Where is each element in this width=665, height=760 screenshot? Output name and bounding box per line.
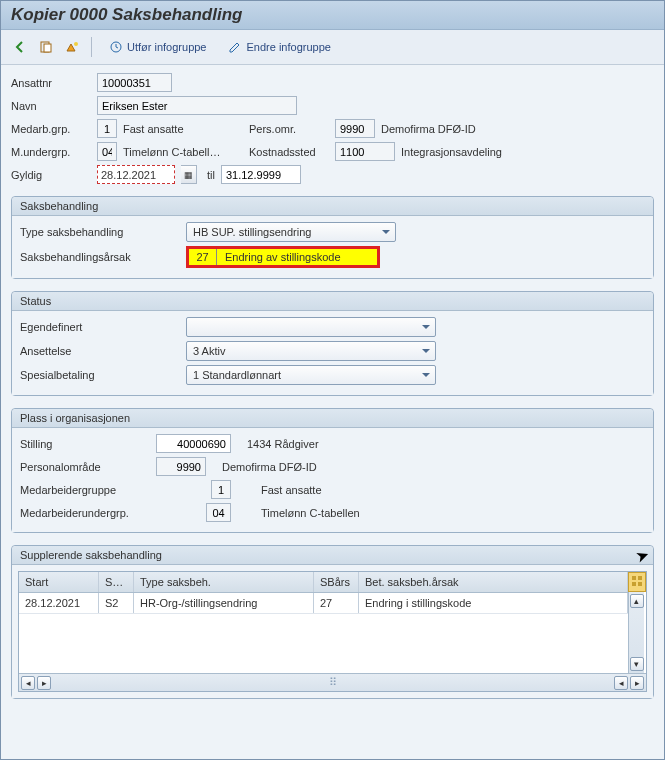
plass-persomr-label: Personalområde [20, 461, 150, 473]
utfor-infogruppe-button[interactable]: Utfør infogruppe [100, 36, 215, 58]
gyldig-label: Gyldig [11, 169, 91, 181]
ansattnr-field [97, 73, 172, 92]
ansattnr-label: Ansattnr [11, 77, 91, 89]
ansettelse-value: 3 Aktiv [193, 345, 225, 357]
svg-rect-5 [638, 576, 642, 580]
ansettelse-label: Ansettelse [20, 345, 180, 357]
ansettelse-select[interactable]: 3 Aktiv [186, 341, 436, 361]
medugrp-label: Medarbeiderundergrp. [20, 507, 150, 519]
table-hscroll[interactable]: ◂ ▸ ⠿ ◂ ▸ [19, 673, 646, 691]
arsak-highlighted[interactable]: 27 Endring av stillingskode [186, 246, 380, 268]
svg-rect-6 [632, 582, 636, 586]
supp-title: Supplerende saksbehandling [12, 546, 653, 565]
saksbehandling-title: Saksbehandling [12, 197, 653, 216]
medugrp-text: Timelønn C-tabellen [261, 507, 360, 519]
plass-panel: Plass i organisasjonen Stilling 1434 Råd… [11, 408, 654, 533]
svg-rect-1 [44, 44, 51, 52]
svg-point-2 [74, 42, 78, 46]
scroll-right-icon[interactable]: ▸ [37, 676, 51, 690]
navn-field [97, 96, 297, 115]
mundergrp-label: M.undergrp. [11, 146, 91, 158]
table-row[interactable]: 28.12.2021 S2 HR-Org-/stillingsendring 2… [19, 593, 628, 614]
medgrp-label: Medarbeidergruppe [20, 484, 150, 496]
scroll-down-icon[interactable]: ▾ [630, 657, 644, 671]
col-sa[interactable]: Sa… [99, 572, 134, 592]
egendef-label: Egendefinert [20, 321, 180, 333]
col-start[interactable]: Start [19, 572, 99, 592]
col-bet[interactable]: Bet. saksbeh.årsak [359, 572, 628, 592]
kostnadssted-text: Integrasjonsavdeling [401, 146, 502, 158]
arsak-text: Endring av stillingskode [217, 249, 377, 265]
saksbehandling-panel: Saksbehandling Type saksbehandling HB SU… [11, 196, 654, 279]
overview-icon[interactable] [61, 36, 83, 58]
medgrp-code-field [211, 480, 231, 499]
mundergrp-code-field [97, 142, 117, 161]
cell-sa: S2 [99, 593, 134, 613]
plass-persomr-text: Demofirma DFØ-ID [222, 461, 317, 473]
til-label: til [207, 169, 215, 181]
gyldig-til-field[interactable] [221, 165, 301, 184]
supp-table: Start Sa… Type saksbeh. SBårs Bet. saksb… [18, 571, 647, 692]
scroll-up-icon[interactable]: ▴ [630, 594, 644, 608]
arsak-label: Saksbehandlingsårsak [20, 251, 180, 263]
toolbar: Utfør infogruppe Endre infogruppe [1, 30, 664, 65]
utfor-label: Utfør infogruppe [127, 41, 206, 53]
copy-icon[interactable] [35, 36, 57, 58]
window-title: Kopier 0000 Saksbehandling [1, 1, 664, 30]
mundergrp-text: Timelønn C-tabell… [123, 146, 243, 158]
table-header: Start Sa… Type saksbeh. SBårs Bet. saksb… [19, 572, 628, 593]
kostnadssted-code-field [335, 142, 395, 161]
spesial-label: Spesialbetaling [20, 369, 180, 381]
spesial-select[interactable]: 1 Standardlønnart [186, 365, 436, 385]
pencil-icon [228, 40, 242, 54]
stilling-label: Stilling [20, 438, 150, 450]
clock-icon [109, 40, 123, 54]
medarbgrp-text: Fast ansatte [123, 123, 243, 135]
col-type[interactable]: Type saksbeh. [134, 572, 314, 592]
status-panel: Status Egendefinert Ansettelse 3 Aktiv S… [11, 291, 654, 396]
supp-panel: Supplerende saksbehandling Start Sa… Typ… [11, 545, 654, 699]
scroll-left2-icon[interactable]: ◂ [614, 676, 628, 690]
endre-label: Endre infogruppe [246, 41, 330, 53]
navn-label: Navn [11, 100, 91, 112]
stilling-text: 1434 Rådgiver [247, 438, 319, 450]
scroll-right2-icon[interactable]: ▸ [630, 676, 644, 690]
svg-rect-7 [638, 582, 642, 586]
cell-sbars: 27 [314, 593, 359, 613]
date-picker-icon[interactable]: ▦ [181, 165, 197, 184]
type-saksbeh-value: HB SUP. stillingsendring [193, 226, 311, 238]
table-config-icon[interactable] [628, 572, 646, 592]
gyldig-fra-field[interactable]: 28.12.2021 [97, 165, 175, 184]
kostnadssted-label: Kostnadssted [249, 146, 329, 158]
arsak-code: 27 [189, 249, 217, 265]
type-saksbeh-label: Type saksbehandling [20, 226, 180, 238]
plass-persomr-code-field [156, 457, 206, 476]
medarbgrp-code-field [97, 119, 117, 138]
col-sbars[interactable]: SBårs [314, 572, 359, 592]
egendef-select[interactable] [186, 317, 436, 337]
medarbgrp-label: Medarb.grp. [11, 123, 91, 135]
scroll-left-icon[interactable]: ◂ [21, 676, 35, 690]
endre-infogruppe-button[interactable]: Endre infogruppe [219, 36, 339, 58]
medugrp-code-field [206, 503, 231, 522]
cell-start: 28.12.2021 [19, 593, 99, 613]
plass-title: Plass i organisasjonen [12, 409, 653, 428]
persomr-text: Demofirma DFØ-ID [381, 123, 476, 135]
spesial-value: 1 Standardlønnart [193, 369, 281, 381]
persomr-code-field [335, 119, 375, 138]
type-saksbeh-select[interactable]: HB SUP. stillingsendring [186, 222, 396, 242]
cell-type: HR-Org-/stillingsendring [134, 593, 314, 613]
stilling-code-field[interactable] [156, 434, 231, 453]
prev-icon[interactable] [9, 36, 31, 58]
status-title: Status [12, 292, 653, 311]
svg-rect-4 [632, 576, 636, 580]
cell-bet: Endring i stillingskode [359, 593, 628, 613]
persomr-label: Pers.omr. [249, 123, 329, 135]
medgrp-text: Fast ansatte [261, 484, 322, 496]
